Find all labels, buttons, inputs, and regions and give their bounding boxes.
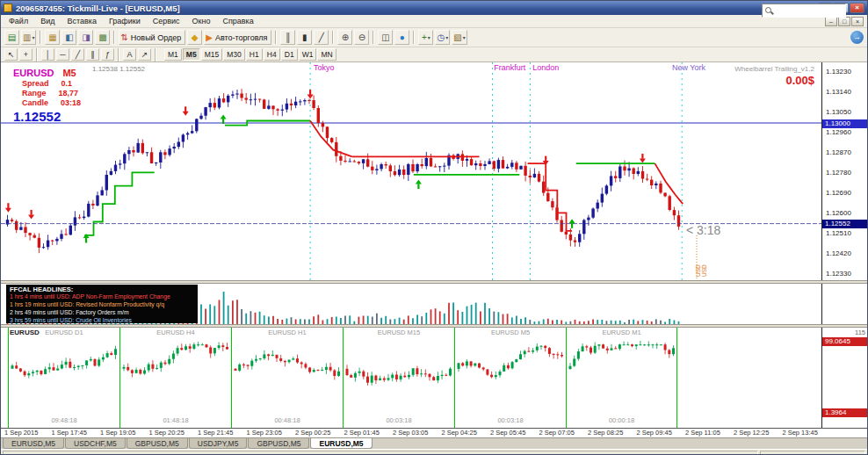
timeframe-m5-button[interactable]: M5 bbox=[183, 48, 200, 61]
timeframe-m15-button[interactable]: M15 bbox=[201, 48, 223, 61]
menu-item-1[interactable]: Вид bbox=[34, 17, 61, 25]
timeframe-d1-button[interactable]: D1 bbox=[281, 48, 298, 61]
menu-item-0[interactable]: Файл bbox=[3, 17, 34, 25]
chart-tab-4[interactable]: GBPUSD,M5 bbox=[248, 438, 309, 449]
child-minimize-button[interactable]: – bbox=[825, 17, 837, 26]
window-title: 2096587455: Tickmill-Live - [EURUSD,M5] bbox=[16, 4, 818, 13]
menu-item-6[interactable]: Справка bbox=[216, 17, 259, 25]
channel-button[interactable]: ∥ bbox=[86, 48, 99, 61]
mini-chart-m1: EURUSD M100:00:18 bbox=[566, 328, 677, 428]
new-chart-icon: ▤ bbox=[8, 33, 16, 42]
time-axis: 1 Sep 20151 Sep 17:451 Sep 19:051 Sep 20… bbox=[1, 428, 867, 437]
price-axis-label: 1.12780 bbox=[826, 169, 851, 177]
templates-button[interactable]: ▧▾ bbox=[452, 30, 467, 45]
chart-bars-button[interactable]: ║ bbox=[280, 30, 295, 45]
title-bar: 2096587455: Tickmill-Live - [EURUSD,M5] … bbox=[1, 1, 867, 15]
timeframe-mn-button[interactable]: MN bbox=[317, 48, 336, 61]
data-window-button[interactable]: ◧ bbox=[61, 30, 76, 45]
new-order-label: Новый Ордер bbox=[131, 33, 181, 42]
pane-splitter[interactable] bbox=[1, 324, 867, 328]
zoom-out-button[interactable]: ⊖ bbox=[354, 30, 369, 45]
candlestick-canvas: USDUSDTokyoFrankfurtLondonNew York< 3:18 bbox=[1, 62, 821, 280]
cursor-button[interactable]: ↖ bbox=[4, 48, 18, 61]
chart-tab-5[interactable]: EURUSD,M5 bbox=[310, 438, 372, 449]
price-chart[interactable]: USDUSDTokyoFrankfurtLondonNew York< 3:18… bbox=[1, 62, 821, 280]
navigator-button[interactable]: ◨ bbox=[78, 30, 93, 45]
timeframe-m1-button[interactable]: M1 bbox=[164, 48, 182, 61]
metaeditor-button[interactable]: ◆ bbox=[187, 30, 202, 45]
time-axis-label: 2 Sep 01:45 bbox=[344, 429, 379, 437]
menu-item-4[interactable]: Сервис bbox=[147, 17, 186, 25]
timeframe-w1-button[interactable]: W1 bbox=[299, 48, 317, 61]
periods-button[interactable]: ◷▾ bbox=[435, 30, 450, 45]
toolbar-separator bbox=[113, 31, 115, 44]
horizontal-line-button[interactable]: ─ bbox=[56, 48, 69, 61]
chart-tab-0[interactable]: EURUSD,M5 bbox=[3, 438, 64, 449]
profiles-icon: ▥ bbox=[23, 33, 31, 42]
pane-splitter[interactable] bbox=[1, 280, 867, 284]
price-axis-label: 1.12870 bbox=[826, 148, 851, 156]
search-input[interactable] bbox=[774, 5, 839, 16]
svg-text:< 3:18: < 3:18 bbox=[686, 223, 721, 237]
svg-text:USD: USD bbox=[695, 264, 701, 277]
timeframe-h4-button[interactable]: H4 bbox=[264, 48, 280, 61]
mini-chart-label: EURUSD H4 bbox=[120, 328, 231, 337]
vertical-line-button[interactable]: │ bbox=[41, 48, 54, 61]
auto-trading-button[interactable]: ▶Авто-торговля bbox=[204, 30, 271, 45]
price-axis-label: 1.12960 bbox=[826, 128, 851, 136]
menu-item-2[interactable]: Вставка bbox=[61, 17, 102, 25]
time-axis-label: 2 Sep 08:25 bbox=[588, 429, 623, 437]
price-axis-label: 1.12420 bbox=[826, 249, 851, 257]
time-axis-label: 1 Sep 17:45 bbox=[51, 429, 86, 437]
arrows-tool-button[interactable]: ↗ bbox=[138, 48, 151, 61]
chart-tab-3[interactable]: USDJPY,M5 bbox=[189, 438, 248, 449]
zoom-in-button[interactable]: ⊕ bbox=[337, 30, 352, 45]
chart-tab-1[interactable]: USDCHF,M5 bbox=[65, 438, 126, 449]
mini-chart-m5: EURUSD M500:03:18 bbox=[454, 328, 566, 428]
new-chart-button[interactable]: ▤ bbox=[4, 30, 19, 45]
fibonacci-button[interactable]: ƒ bbox=[101, 48, 114, 61]
svg-text:New York: New York bbox=[672, 63, 706, 72]
tile-windows-button[interactable]: ◫ bbox=[378, 30, 393, 45]
cursor-icon: ↖ bbox=[8, 51, 15, 59]
price-axis-label: 1.13230 bbox=[826, 68, 851, 76]
search-go-button[interactable]: → bbox=[850, 31, 864, 44]
svg-text:USD: USD bbox=[701, 264, 707, 277]
trendline-button[interactable]: ╱ bbox=[71, 48, 84, 61]
chart-candles-button[interactable]: ▮ bbox=[297, 30, 312, 45]
indicators-button[interactable]: +▾ bbox=[418, 30, 433, 45]
profiles-button[interactable]: ▥▾ bbox=[21, 30, 36, 45]
arrows-tool-icon: ↗ bbox=[141, 51, 148, 59]
mini-chart-m15: EURUSD M1500:03:18 bbox=[343, 328, 454, 428]
price-axis-label: 1.12690 bbox=[826, 189, 851, 197]
new-order-button[interactable]: ⇅Новый Ордер bbox=[119, 30, 185, 45]
menu-item-3[interactable]: Графики bbox=[103, 17, 147, 25]
mini-chart-canvas bbox=[455, 337, 565, 415]
menu-item-5[interactable]: Окно bbox=[186, 17, 217, 25]
time-axis-label: 1 Sep 21:45 bbox=[198, 429, 233, 437]
child-window-controls: – □ × bbox=[825, 17, 865, 26]
terminal-button[interactable]: ▩ bbox=[95, 30, 110, 45]
child-close-button[interactable]: × bbox=[851, 17, 864, 26]
window-close-button[interactable]: × bbox=[850, 3, 864, 13]
strategy-tester-button[interactable]: ● bbox=[394, 30, 409, 45]
text-label-icon: A bbox=[127, 51, 132, 59]
mt4-window: 2096587455: Tickmill-Live - [EURUSD,M5] … bbox=[0, 0, 868, 455]
time-axis-label: 1 Sep 20:25 bbox=[148, 429, 184, 437]
time-axis-label: 2 Sep 13:45 bbox=[782, 429, 817, 437]
toolbar-separator bbox=[413, 31, 415, 44]
chart-symbol-label: EURUSD bbox=[13, 68, 54, 78]
text-label-button[interactable]: A bbox=[123, 48, 136, 61]
market-watch-button[interactable]: ▦ bbox=[45, 30, 60, 45]
volume-indicator-pane[interactable]: FFCAL HEADLINES: 1 hrs 4 mins until USD:… bbox=[1, 284, 821, 324]
timeframe-m30-button[interactable]: M30 bbox=[223, 48, 245, 61]
chart-tab-2[interactable]: GBPUSD,M5 bbox=[127, 438, 188, 449]
crosshair-button[interactable]: + bbox=[19, 48, 33, 61]
mini-chart-h4: EURUSD H401:48:18 bbox=[119, 328, 231, 428]
price-axis[interactable]: 1.132301.131401.130501.130001.129601.128… bbox=[821, 62, 868, 428]
chart-line-button[interactable]: ╱ bbox=[314, 30, 329, 45]
timeframe-h1-button[interactable]: H1 bbox=[246, 48, 263, 61]
dropdown-caret-icon: ▾ bbox=[32, 34, 34, 40]
child-restore-button[interactable]: □ bbox=[838, 17, 850, 26]
time-axis-label: 1 Sep 23:05 bbox=[246, 429, 281, 437]
